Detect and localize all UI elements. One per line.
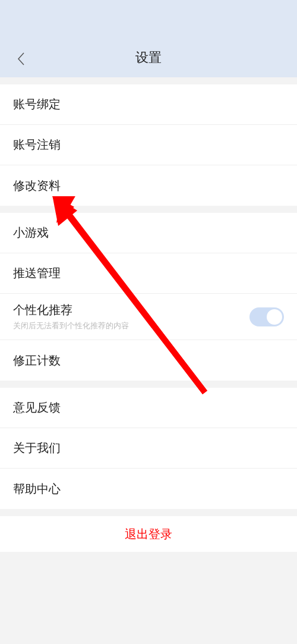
list-item-text-wrap: 个性化推荐 关闭后无法看到个性化推荐的内容 bbox=[13, 302, 249, 331]
list-item-label: 推送管理 bbox=[13, 265, 61, 281]
section-gap bbox=[0, 77, 297, 84]
list-item-label: 修正计数 bbox=[13, 353, 61, 369]
logout-label: 退出登录 bbox=[125, 526, 172, 542]
section-gap bbox=[0, 381, 297, 388]
back-button[interactable] bbox=[12, 50, 30, 68]
list-item-label: 关于我们 bbox=[13, 440, 61, 456]
logout-button[interactable]: 退出登录 bbox=[0, 516, 297, 552]
list-item-label: 帮助中心 bbox=[13, 481, 61, 497]
settings-group-account: 账号绑定 账号注销 修改资料 bbox=[0, 84, 297, 206]
list-item-push-management[interactable]: 推送管理 bbox=[0, 253, 297, 294]
list-item-help-center[interactable]: 帮助中心 bbox=[0, 469, 297, 509]
page-title: 设置 bbox=[135, 49, 162, 67]
list-item-label: 账号注销 bbox=[13, 137, 61, 153]
chevron-left-icon bbox=[17, 52, 25, 66]
list-item-correct-count[interactable]: 修正计数 bbox=[0, 340, 297, 381]
list-item-about-us[interactable]: 关于我们 bbox=[0, 428, 297, 469]
list-item-label: 修改资料 bbox=[13, 178, 61, 194]
list-item-account-binding[interactable]: 账号绑定 bbox=[0, 84, 297, 125]
settings-group-support: 意见反馈 关于我们 帮助中心 bbox=[0, 388, 297, 509]
settings-group-general: 小游戏 推送管理 个性化推荐 关闭后无法看到个性化推荐的内容 修正计数 bbox=[0, 213, 297, 381]
list-item-mini-game[interactable]: 小游戏 bbox=[0, 213, 297, 253]
list-item-account-delete[interactable]: 账号注销 bbox=[0, 125, 297, 165]
list-item-label: 小游戏 bbox=[13, 225, 49, 241]
list-item-edit-profile[interactable]: 修改资料 bbox=[0, 165, 297, 206]
recommendation-toggle[interactable] bbox=[249, 307, 284, 326]
list-item-feedback[interactable]: 意见反馈 bbox=[0, 388, 297, 428]
header: 设置 bbox=[0, 0, 297, 77]
list-item-personalized-recommendation[interactable]: 个性化推荐 关闭后无法看到个性化推荐的内容 bbox=[0, 294, 297, 340]
list-item-label: 账号绑定 bbox=[13, 96, 61, 112]
list-item-label: 个性化推荐 bbox=[13, 302, 249, 318]
toggle-knob bbox=[267, 309, 282, 325]
section-gap bbox=[0, 206, 297, 213]
list-item-label: 意见反馈 bbox=[13, 400, 61, 416]
list-item-subtext: 关闭后无法看到个性化推荐的内容 bbox=[13, 321, 249, 331]
